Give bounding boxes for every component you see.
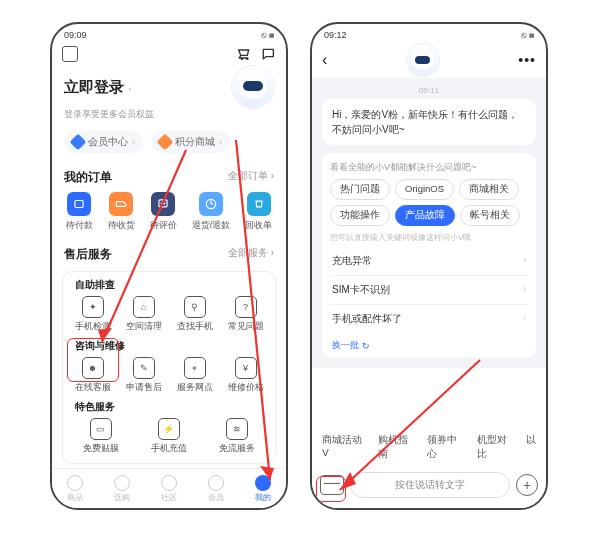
pill-account[interactable]: 帐号相关 <box>460 205 520 226</box>
special-row: ▭免费贴膜 ⚡手机充值 ≋免流服务 <box>67 414 271 459</box>
chip-points-mall[interactable]: 积分商城› <box>151 131 230 153</box>
chat-timestamp: 09:11 <box>322 86 536 95</box>
voice-input-field[interactable]: 按住说话转文字 <box>350 472 510 498</box>
phone-right: 09:12 ⎋ ▦ ‹ ••• 09:11 Hi，亲爱的V粉，新年快乐！有什么问… <box>310 22 548 510</box>
order-pending-receive[interactable]: 待收货 <box>108 192 135 232</box>
consult-row: ☻在线客服 ✎申请售后 ⌖服务网点 ¥维修价格 <box>67 353 271 396</box>
diamond-icon <box>70 134 87 151</box>
refresh-batch[interactable]: 换一批↻ <box>330 333 528 352</box>
nav-item[interactable]: 社区 <box>161 475 177 503</box>
chat-header: ‹ ••• <box>312 42 546 78</box>
aftersale-header: 售后服务 全部服务 › <box>52 238 286 267</box>
nav-item[interactable]: 选购 <box>114 475 130 503</box>
nav-item-mine[interactable]: 我的 <box>255 475 271 503</box>
back-icon[interactable]: ‹ <box>322 51 327 69</box>
pill-mall[interactable]: 商城相关 <box>459 179 519 200</box>
login-row[interactable]: 立即登录 › <box>52 64 286 108</box>
status-bar: 09:09 ⎋ ▦ <box>52 24 286 42</box>
keyboard-icon[interactable] <box>320 475 344 495</box>
suggest-item[interactable]: 机型对比 <box>477 433 512 461</box>
cell-recharge[interactable]: ⚡手机充值 <box>135 418 203 455</box>
bottom-nav: 商品 选购 社区 会员 我的 <box>52 468 286 508</box>
status-right-icons: ⎋ ▦ <box>261 30 274 40</box>
login-subtitle: 登录享受更多会员权益 <box>52 108 286 127</box>
status-time: 09:12 <box>324 30 347 40</box>
cart-icon[interactable] <box>236 46 252 62</box>
status-time: 09:09 <box>64 30 87 40</box>
special-title: 特色服务 <box>67 400 271 414</box>
diamond-icon <box>157 134 174 151</box>
nav-item[interactable]: 商品 <box>67 475 83 503</box>
cell-faq[interactable]: ?常见问题 <box>220 296 271 333</box>
cell-space-clean[interactable]: ⌂空间清理 <box>118 296 169 333</box>
chat-body: 09:11 Hi，亲爱的V粉，新年快乐！有什么问题，不妨问问小V吧~ 看看全能的… <box>312 78 546 368</box>
svg-point-3 <box>164 203 165 204</box>
pill-originos[interactable]: OriginOS <box>395 179 454 200</box>
aftersale-title: 售后服务 <box>64 246 112 263</box>
aftersale-more[interactable]: 全部服务 › <box>228 246 274 263</box>
selfcheck-title: 自助排查 <box>67 278 271 292</box>
pill-fault[interactable]: 产品故障 <box>395 205 455 226</box>
aftersale-card: 自助排查 ✦手机检测 ⌂空间清理 ⚲查找手机 ?常见问题 咨询与维修 ☻在线客服… <box>62 271 276 464</box>
cell-repair-price[interactable]: ¥维修价格 <box>220 357 271 394</box>
cell-apply-aftersale[interactable]: ✎申请售后 <box>118 357 169 394</box>
chevron-right-icon: › <box>523 283 526 297</box>
chevron-right-icon: › <box>128 84 131 94</box>
refresh-icon: ↻ <box>362 341 370 351</box>
quick-panel: 看看全能的小V都能解决什么问题吧~ 热门问题 OriginOS 商城相关 功能操… <box>322 153 536 358</box>
selfcheck-row: ✦手机检测 ⌂空间清理 ⚲查找手机 ?常见问题 <box>67 292 271 335</box>
suggestion-bar: 商城活动ᐯ 购机指南 领券中心 机型对比 以 <box>312 427 546 467</box>
avatar[interactable] <box>232 66 274 108</box>
suggest-item[interactable]: 商城活动ᐯ <box>322 433 364 461</box>
pill-hot[interactable]: 热门问题 <box>330 179 390 200</box>
order-pending-review[interactable]: 待评价 <box>150 192 177 232</box>
cell-online-service[interactable]: ☻在线客服 <box>67 357 118 394</box>
suggest-item[interactable]: 以 <box>526 433 536 461</box>
orders-title: 我的订单 <box>64 169 112 186</box>
suggest-item[interactable]: 购机指南 <box>378 433 413 461</box>
status-right-icons: ⎋ ▦ <box>521 30 534 40</box>
category-row-1: 热门问题 OriginOS 商城相关 <box>330 179 528 200</box>
cell-phone-check[interactable]: ✦手机检测 <box>67 296 118 333</box>
cell-free-data[interactable]: ≋免流服务 <box>203 418 271 455</box>
chevron-right-icon: › <box>523 312 526 326</box>
consult-title: 咨询与维修 <box>67 339 271 353</box>
plus-icon[interactable]: + <box>516 474 538 496</box>
settings-hex-icon[interactable] <box>62 46 78 62</box>
orders-header: 我的订单 全部订单 › <box>52 161 286 190</box>
question-charging[interactable]: 充电异常› <box>330 247 528 276</box>
input-bar: 按住说话转文字 + <box>312 467 546 508</box>
chip-member-center[interactable]: 会员中心› <box>64 131 143 153</box>
svg-point-2 <box>161 203 162 204</box>
order-pending-pay[interactable]: 待付款 <box>66 192 93 232</box>
category-row-2: 功能操作 产品故障 帐号相关 <box>330 205 528 226</box>
panel-subtitle: 您可以直接输入关键词或像这样问小V哦 <box>330 232 528 243</box>
chevron-right-icon: › <box>523 254 526 268</box>
member-chips: 会员中心› 积分商城› <box>52 127 286 161</box>
suggest-item[interactable]: 领券中心 <box>427 433 462 461</box>
cell-find-phone[interactable]: ⚲查找手机 <box>169 296 220 333</box>
login-title: 立即登录 <box>64 78 124 95</box>
cell-service-location[interactable]: ⌖服务网点 <box>169 357 220 394</box>
message-icon[interactable] <box>260 46 276 62</box>
panel-title: 看看全能的小V都能解决什么问题吧~ <box>330 161 528 174</box>
orders-more[interactable]: 全部订单 › <box>228 169 274 186</box>
nav-item[interactable]: 会员 <box>208 475 224 503</box>
greeting-bubble: Hi，亲爱的V粉，新年快乐！有什么问题，不妨问问小V吧~ <box>322 99 536 145</box>
orders-row: 待付款 待收货 待评价 退货/退款 回收单 <box>52 190 286 238</box>
phone-left: 09:09 ⎋ ▦ 立即登录 › 登录享受更多会员权益 会员中心› 积分商城› … <box>50 22 288 510</box>
order-refund[interactable]: 退货/退款 <box>192 192 231 232</box>
cell-free-film[interactable]: ▭免费贴膜 <box>67 418 135 455</box>
order-recycle[interactable]: 回收单 <box>245 192 272 232</box>
top-bar <box>52 42 286 64</box>
pill-function[interactable]: 功能操作 <box>330 205 390 226</box>
svg-rect-0 <box>75 201 83 208</box>
chat-avatar <box>407 44 439 76</box>
question-broken[interactable]: 手机或配件坏了› <box>330 305 528 333</box>
question-sim[interactable]: SIM卡不识别› <box>330 276 528 305</box>
more-icon[interactable]: ••• <box>518 52 536 68</box>
status-bar: 09:12 ⎋ ▦ <box>312 24 546 42</box>
